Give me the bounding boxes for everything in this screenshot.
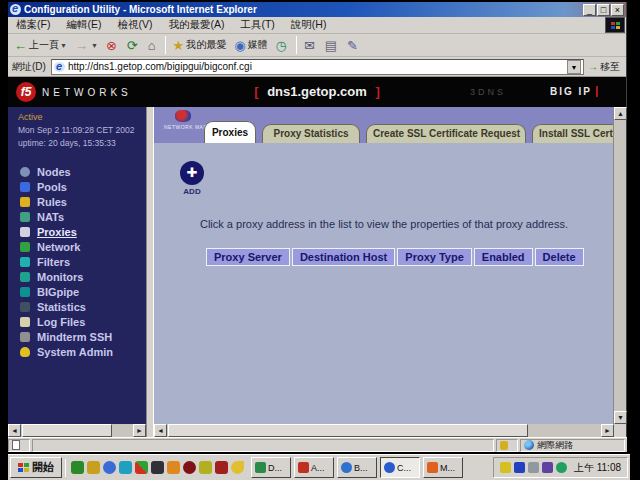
scroll-left-icon[interactable]: ◄ (154, 424, 167, 437)
address-dropdown-icon[interactable]: ▼ (567, 60, 581, 74)
col-delete[interactable]: Delete (535, 248, 584, 266)
main-vertical-scrollbar[interactable]: ▲ ▼ (613, 107, 626, 424)
task-icon (298, 462, 309, 473)
home-button[interactable]: ⌂ (144, 37, 162, 54)
sidebar-item-statistics[interactable]: Statistics (8, 299, 146, 314)
sidebar-item-monitors[interactable]: Monitors (8, 269, 146, 284)
maximize-button[interactable]: □ (597, 4, 610, 16)
quicklaunch-icon-9[interactable] (199, 461, 212, 474)
close-button[interactable]: × (611, 4, 624, 16)
title-bar[interactable]: Configuration Utility - Microsoft Intern… (8, 2, 626, 17)
back-dropdown-icon[interactable]: ▼ (60, 42, 67, 49)
col-proxy-server[interactable]: Proxy Server (206, 248, 290, 266)
status-zone-pane: 網際網路 (520, 439, 625, 452)
nodes-icon (20, 167, 30, 177)
go-button[interactable]: → 移至 (584, 60, 624, 74)
back-button[interactable]: ← 上一頁 ▼ (10, 36, 71, 54)
tray-icon-1[interactable] (500, 462, 511, 473)
main-horizontal-scrollbar[interactable]: ◄ ► (154, 424, 614, 437)
browser-toolbar: ← 上一頁 ▼ → ▼ ⊗ ⟳ ⌂ ★ 我的最愛 ◉ (8, 34, 626, 57)
scroll-left-icon[interactable]: ◄ (8, 424, 21, 437)
scroll-right-icon[interactable]: ► (133, 424, 146, 437)
sidebar-item-nats[interactable]: NATs (8, 209, 146, 224)
history-button[interactable]: ◷ (272, 37, 293, 54)
menu-help[interactable]: 說明(H) (283, 18, 335, 32)
task-button-5[interactable]: M... (423, 457, 463, 478)
quicklaunch-icon-11[interactable] (231, 461, 244, 474)
sidebar-item-pools[interactable]: Pools (8, 179, 146, 194)
tray-icon-3[interactable] (528, 462, 539, 473)
sidebar-item-bigpipe[interactable]: BIGpipe (8, 284, 146, 299)
quicklaunch-icon-1[interactable] (71, 461, 84, 474)
menu-file[interactable]: 檔案(F) (8, 18, 58, 32)
network-map-button[interactable]: NETWORK MAP (164, 110, 202, 140)
status-state: Active (18, 112, 146, 122)
sidebar-item-mindterm-ssh[interactable]: Mindterm SSH (8, 329, 146, 344)
quicklaunch-icon-8[interactable] (183, 461, 196, 474)
tab-install-ssl-certificate[interactable]: Install SSL Certif (532, 124, 614, 143)
sidebar-item-network[interactable]: Network (8, 239, 146, 254)
sidebar-item-filters[interactable]: Filters (8, 254, 146, 269)
forward-button[interactable]: → ▼ (71, 37, 102, 54)
task-button-1[interactable]: D... (251, 457, 291, 478)
sidebar-item-log-files[interactable]: Log Files (8, 314, 146, 329)
favorites-button[interactable]: ★ 我的最愛 (169, 36, 231, 54)
tab-proxy-statistics[interactable]: Proxy Statistics (262, 124, 360, 143)
address-input[interactable]: http://dns1.getop.com/bigipgui/bigconf.c… (51, 59, 584, 75)
quicklaunch-icon-2[interactable] (87, 461, 100, 474)
scroll-up-icon[interactable]: ▲ (614, 107, 627, 120)
sidebar-item-proxies[interactable]: Proxies (8, 224, 146, 239)
quicklaunch-icon-3[interactable] (103, 461, 116, 474)
start-label: 開始 (32, 460, 54, 475)
windows-flag-icon (611, 22, 620, 30)
col-enabled[interactable]: Enabled (474, 248, 533, 266)
frame-divider[interactable] (146, 107, 154, 437)
sidebar-item-rules[interactable]: Rules (8, 194, 146, 209)
tab-create-ssl-certificate-request[interactable]: Create SSL Certificate Request (366, 124, 526, 143)
scroll-right-icon[interactable]: ► (601, 424, 614, 437)
scrollbar-thumb[interactable] (168, 424, 528, 437)
tab-proxies[interactable]: Proxies (204, 121, 256, 143)
address-url[interactable]: http://dns1.getop.com/bigipgui/bigconf.c… (68, 61, 567, 72)
sidebar-horizontal-scrollbar[interactable]: ◄ ► (8, 424, 146, 437)
go-icon: → (588, 61, 598, 72)
col-proxy-type[interactable]: Proxy Type (397, 248, 472, 266)
task-button-2[interactable]: A... (294, 457, 334, 478)
add-icon[interactable]: ✚ (180, 161, 204, 185)
sidebar-item-system-admin[interactable]: System Admin (8, 344, 146, 359)
col-destination-host[interactable]: Destination Host (292, 248, 395, 266)
forward-dropdown-icon[interactable]: ▼ (91, 42, 98, 49)
print-button[interactable]: ▤ (321, 37, 343, 54)
task-button-3[interactable]: B... (337, 457, 377, 478)
mindterm-ssh-icon (20, 332, 30, 342)
menu-favorites[interactable]: 我的最愛(A) (160, 18, 232, 32)
quicklaunch-icon-5[interactable] (135, 461, 148, 474)
taskbar-clock[interactable]: 上午 11:08 (574, 461, 621, 475)
add-proxy-button[interactable]: ✚ ADD (172, 161, 212, 196)
tray-icon-4[interactable] (542, 462, 553, 473)
menu-view[interactable]: 檢視(V) (109, 18, 160, 32)
start-button[interactable]: 開始 (10, 457, 62, 478)
quicklaunch-icon-10[interactable] (215, 461, 228, 474)
refresh-button[interactable]: ⟳ (123, 37, 144, 54)
media-button[interactable]: ◉ 媒體 (230, 36, 271, 54)
edit-button[interactable]: ✎ (343, 37, 364, 54)
quicklaunch-icon-6[interactable] (151, 461, 164, 474)
tray-icon-5[interactable] (556, 462, 567, 473)
sidebar-item-nodes[interactable]: Nodes (8, 164, 146, 179)
task-button-4-active[interactable]: C... (380, 457, 420, 478)
instruction-text: Click a proxy address in the list to vie… (154, 218, 614, 230)
quicklaunch-icon-7[interactable] (167, 461, 180, 474)
quick-launch-bar (69, 461, 245, 474)
tray-icon-2[interactable] (514, 462, 525, 473)
hostname-banner: [ dns1.getop.com ] (8, 84, 626, 99)
menu-edit[interactable]: 編輯(E) (58, 18, 109, 32)
minimize-button[interactable]: _ (583, 4, 596, 16)
toolbar-separator (165, 36, 166, 54)
scroll-down-icon[interactable]: ▼ (614, 411, 627, 424)
quicklaunch-icon-4[interactable] (119, 461, 132, 474)
mail-button[interactable]: ✉ (300, 37, 321, 54)
menu-tools[interactable]: 工具(T) (232, 18, 282, 32)
stop-button[interactable]: ⊗ (102, 37, 123, 54)
scrollbar-thumb[interactable] (22, 424, 112, 437)
